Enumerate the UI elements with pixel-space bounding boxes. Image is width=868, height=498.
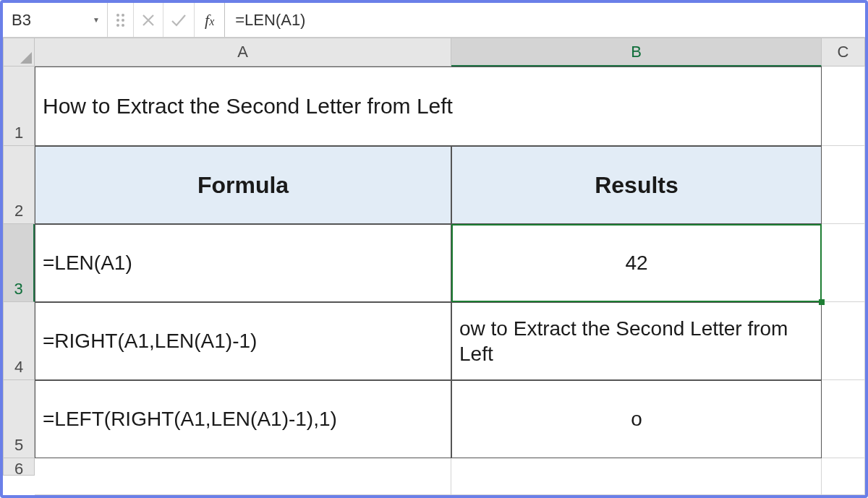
cell-text: =LEFT(RIGHT(A1,LEN(A1)-1),1): [43, 408, 337, 431]
enter-button[interactable]: [163, 3, 195, 37]
row-header-4[interactable]: 4: [3, 302, 35, 380]
cell-text: o: [631, 408, 642, 431]
cell-A6[interactable]: [35, 458, 451, 495]
row-header-1[interactable]: 1: [3, 66, 35, 146]
cell-B6[interactable]: [451, 458, 822, 495]
row-header-3[interactable]: 3: [3, 224, 35, 302]
row-header-2[interactable]: 2: [3, 146, 35, 224]
app-frame: B3 ▼ fx =LEN(A1) A B C: [0, 0, 868, 498]
cell-text: Results: [595, 172, 678, 199]
selection-fill-handle[interactable]: [819, 299, 825, 305]
cell-A5[interactable]: =LEFT(RIGHT(A1,LEN(A1)-1),1): [35, 380, 451, 458]
name-box-value: B3: [12, 11, 31, 30]
gripper-dots-icon: [116, 14, 124, 27]
row-header-5[interactable]: 5: [3, 380, 35, 458]
cell-A4[interactable]: =RIGHT(A1,LEN(A1)-1): [35, 302, 451, 380]
close-icon: [141, 13, 156, 27]
column-header-C[interactable]: C: [822, 38, 865, 66]
cell-A1[interactable]: How to Extract the Second Letter from Le…: [35, 66, 822, 146]
name-box-dropdown-icon[interactable]: ▼: [93, 16, 100, 24]
formula-text: =LEN(A1): [235, 11, 305, 30]
column-header-A[interactable]: A: [35, 38, 451, 66]
cell-C6[interactable]: [822, 458, 865, 495]
cell-text: ow to Extract the Second Letter from Lef…: [459, 316, 814, 366]
name-box[interactable]: B3 ▼: [3, 3, 108, 37]
formula-input[interactable]: =LEN(A1): [225, 3, 865, 37]
cell-A3[interactable]: =LEN(A1): [35, 224, 451, 302]
cell-C2[interactable]: [822, 146, 865, 224]
cell-text: Formula: [197, 172, 289, 199]
cell-text: =RIGHT(A1,LEN(A1)-1): [43, 330, 257, 353]
cell-C4[interactable]: [822, 302, 865, 380]
row-header-6[interactable]: 6: [3, 458, 35, 476]
cell-B5[interactable]: o: [451, 380, 822, 458]
fx-icon: fx: [205, 11, 214, 30]
cell-text: =LEN(A1): [43, 252, 132, 275]
cell-B3[interactable]: 42: [451, 224, 822, 302]
column-header-B[interactable]: B: [451, 38, 822, 66]
cancel-button[interactable]: [134, 3, 163, 37]
cell-A2[interactable]: Formula: [35, 146, 451, 224]
cell-B4[interactable]: ow to Extract the Second Letter from Lef…: [451, 302, 822, 380]
cell-text: How to Extract the Second Letter from Le…: [43, 94, 453, 119]
formula-bar-gripper[interactable]: [108, 3, 134, 37]
insert-function-button[interactable]: fx: [195, 3, 225, 37]
check-icon: [171, 13, 187, 27]
spreadsheet-grid: A B C 1 2 3 4 5 6 How to Extract the Sec…: [3, 38, 865, 495]
select-all-corner[interactable]: [3, 38, 35, 66]
cell-C1[interactable]: [822, 66, 865, 146]
cell-C3[interactable]: [822, 224, 865, 302]
cell-text: 42: [625, 252, 647, 275]
cell-C5[interactable]: [822, 380, 865, 458]
cell-B2[interactable]: Results: [451, 146, 822, 224]
formula-bar: B3 ▼ fx =LEN(A1): [3, 3, 865, 38]
